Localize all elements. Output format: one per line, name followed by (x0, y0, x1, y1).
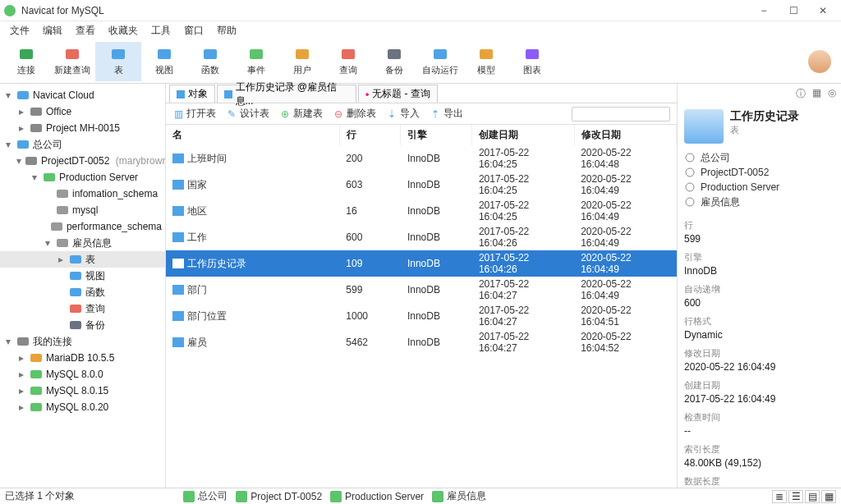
tree-node[interactable]: ▾Production Server (0, 169, 165, 186)
breadcrumb-item[interactable]: 总公司 (684, 150, 834, 165)
menu-查看[interactable]: 查看 (72, 22, 99, 39)
tree-node[interactable]: ▸Project MH-0015 (0, 120, 165, 136)
tree-node[interactable]: 查询 (0, 300, 165, 317)
tree-node[interactable]: ▾ProjectDT-0052 (marybrown) (0, 153, 165, 169)
toolbar-表[interactable]: 表 (95, 42, 141, 81)
settings-icon[interactable]: ◎ (828, 87, 836, 101)
grid-icon[interactable]: ▦ (812, 87, 821, 101)
svg-rect-11 (480, 49, 493, 59)
column-header[interactable]: 修改日期 (574, 125, 676, 145)
breadcrumb-item[interactable]: Production Server (684, 180, 834, 195)
new-table-button[interactable]: ⊕新建表 (279, 107, 323, 121)
status-path-item[interactable]: Project DT-0052 (236, 489, 322, 503)
menu-文件[interactable]: 文件 (7, 22, 33, 39)
toolbar-视图[interactable]: 视图 (141, 42, 187, 81)
menu-编辑[interactable]: 编辑 (39, 22, 66, 39)
svg-rect-31 (30, 387, 42, 395)
table-row[interactable]: 工作历史记录109InnoDB2017-05-22 16:04:262020-0… (166, 250, 677, 277)
table-row[interactable]: 国家603InnoDB2017-05-22 16:04:252020-05-22… (166, 172, 677, 198)
tab[interactable]: 对象 (169, 85, 215, 103)
tree-node[interactable]: 视图 (0, 268, 165, 284)
tree-node[interactable]: ▾总公司 (0, 136, 165, 153)
toolbar-用户[interactable]: 用户 (279, 42, 325, 81)
svg-rect-23 (70, 255, 81, 263)
status-path-item[interactable]: 总公司 (183, 489, 227, 503)
menu-工具[interactable]: 工具 (148, 22, 174, 39)
avatar[interactable] (808, 50, 831, 73)
view-large-button[interactable]: ▦ (821, 490, 836, 503)
column-header[interactable]: 名 (166, 125, 339, 145)
column-header[interactable]: 创建日期 (472, 125, 574, 145)
titlebar: Navicat for MySQL − ☐ ✕ (0, 0, 841, 21)
toolbar-图表[interactable]: 图表 (509, 42, 555, 81)
object-thumb-icon (684, 109, 724, 144)
tree-node[interactable]: ▾Navicat Cloud (0, 87, 165, 103)
tree-node[interactable]: mysql (0, 202, 165, 218)
breadcrumb-item[interactable]: 雇员信息 (684, 195, 834, 209)
svg-rect-22 (57, 239, 68, 247)
view-small-button[interactable]: ▤ (805, 490, 820, 503)
column-header[interactable]: 行 (339, 125, 401, 145)
minimize-button[interactable]: − (749, 1, 779, 21)
tab[interactable]: 工作历史记录 @雇员信息... (217, 85, 356, 103)
tree-node[interactable]: 函数 (0, 284, 165, 300)
toolbar-事件[interactable]: 事件 (233, 42, 279, 81)
delete-table-button[interactable]: ⊖删除表 (333, 107, 376, 121)
tree-node[interactable]: ▾我的连接 (0, 333, 165, 350)
tree-node[interactable]: ▸Office (0, 103, 165, 120)
view-detail-button[interactable]: ☰ (788, 490, 803, 503)
tree-node[interactable]: 备份 (0, 317, 165, 333)
tree-node[interactable]: ▸MySQL 8.0.15 (0, 383, 165, 399)
grid-header[interactable]: 名行引擎创建日期修改日期 (166, 125, 677, 145)
breadcrumb-item[interactable]: ProjectDT-0052 (684, 165, 834, 180)
tree-node[interactable]: infomation_schema (0, 186, 165, 202)
toolbar-模型[interactable]: 模型 (463, 42, 509, 81)
svg-rect-1 (20, 49, 33, 59)
column-header[interactable]: 引擎 (401, 125, 472, 145)
tree-node[interactable]: ▸表 (0, 251, 165, 268)
toolbar-函数[interactable]: 函数 (187, 42, 233, 81)
svg-rect-4 (158, 49, 171, 59)
info-icon[interactable]: ⓘ (796, 87, 806, 101)
menu-窗口[interactable]: 窗口 (181, 22, 207, 39)
table-row[interactable]: 工作600InnoDB2017-05-22 16:04:262020-05-22… (166, 224, 677, 250)
object-subtitle: 表 (730, 124, 799, 136)
prop-key: 自动递增 (684, 283, 834, 296)
table-row[interactable]: 部门599InnoDB2017-05-22 16:04:272020-05-22… (166, 277, 677, 303)
prop-value: 48.00KB (49,152) (684, 457, 834, 469)
table-row[interactable]: 雇员5462InnoDB2017-05-22 16:04:272020-05-2… (166, 329, 677, 355)
menu-帮助[interactable]: 帮助 (214, 22, 240, 39)
tree-node[interactable]: ▾雇员信息 (0, 235, 165, 251)
tree-node[interactable]: performance_schema (0, 218, 165, 235)
maximize-button[interactable]: ☐ (779, 1, 808, 21)
toolbar-新建查询[interactable]: 新建查询 (49, 42, 95, 81)
status-path-item[interactable]: Production Server (330, 489, 424, 503)
table-row[interactable]: 地区16InnoDB2017-05-22 16:04:252020-05-22 … (166, 198, 677, 224)
toolbar-查询[interactable]: 查询 (325, 42, 371, 81)
toolbar-自动运行[interactable]: 自动运行 (417, 42, 463, 81)
prop-key: 检查时间 (684, 411, 834, 424)
toolbar-连接[interactable]: 连接 (3, 42, 49, 81)
search-input[interactable] (572, 107, 670, 121)
view-mode-buttons: ≣ ☰ ▤ ▦ (772, 490, 836, 503)
status-selection: 已选择 1 个对象 (5, 489, 75, 503)
menu-收藏夹[interactable]: 收藏夹 (105, 22, 141, 39)
view-list-button[interactable]: ≣ (772, 490, 787, 503)
toolbar-备份[interactable]: 备份 (371, 42, 417, 81)
export-button[interactable]: ⇡导出 (430, 107, 463, 121)
table-grid[interactable]: 名行引擎创建日期修改日期上班时间200InnoDB2017-05-22 16:0… (166, 125, 677, 488)
tab[interactable]: •无标题 - 查询 (358, 85, 438, 103)
svg-rect-3 (112, 49, 125, 59)
connection-tree[interactable]: ▾Navicat Cloud▸Office▸Project MH-0015▾总公… (0, 84, 166, 488)
svg-rect-15 (30, 124, 42, 132)
close-button[interactable]: ✕ (808, 1, 838, 21)
table-row[interactable]: 部门位置1000InnoDB2017-05-22 16:04:272020-05… (166, 303, 677, 329)
design-table-button[interactable]: ✎设计表 (226, 107, 269, 121)
table-row[interactable]: 上班时间200InnoDB2017-05-22 16:04:252020-05-… (166, 145, 677, 172)
tree-node[interactable]: ▸MySQL 8.0.0 (0, 366, 165, 383)
tree-node[interactable]: ▸MySQL 8.0.20 (0, 399, 165, 415)
open-table-button[interactable]: ▥打开表 (172, 107, 216, 121)
tree-node[interactable]: ▸MariaDB 10.5.5 (0, 350, 165, 366)
import-button[interactable]: ⇣导入 (386, 107, 420, 121)
status-path-item[interactable]: 雇员信息 (432, 489, 486, 503)
